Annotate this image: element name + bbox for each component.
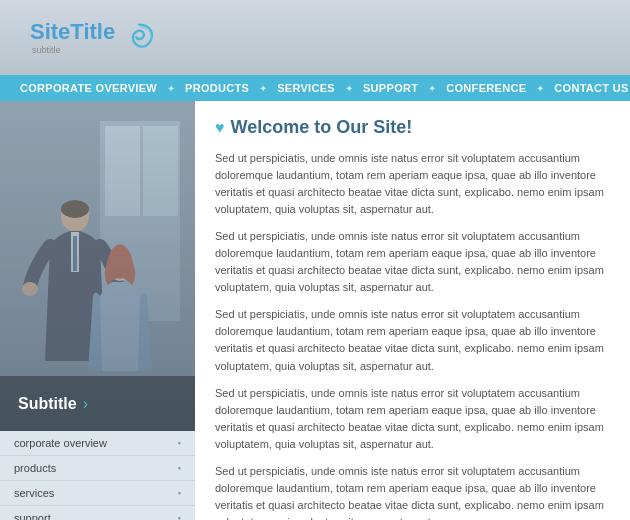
logo-icon: [121, 20, 157, 56]
svg-point-4: [61, 200, 89, 232]
menu-arrow-icon-2: ▪: [175, 489, 183, 497]
side-menu: corporate overview ▪ products ▪ services…: [0, 431, 195, 520]
svg-point-8: [22, 282, 38, 296]
nav-sep-5: ✦: [536, 83, 544, 94]
paragraph-3: Sed ut perspiciatis, unde omnis iste nat…: [215, 306, 610, 374]
logo-text: SiteTitle subtitle: [30, 21, 115, 55]
paragraph-1: Sed ut perspiciatis, unde omnis iste nat…: [215, 150, 610, 218]
nav-sep-3: ✦: [345, 83, 353, 94]
menu-item-support[interactable]: support ▪: [0, 506, 195, 520]
menu-item-services[interactable]: services ▪: [0, 481, 195, 506]
menu-arrow-icon-0: ▪: [175, 439, 183, 447]
content-area: Subtitle › corporate overview ▪ products…: [0, 101, 630, 520]
nav-sep-4: ✦: [428, 83, 436, 94]
svg-rect-1: [100, 121, 180, 321]
svg-point-9: [107, 251, 133, 281]
nav-support[interactable]: SUPPORT: [353, 82, 428, 94]
paragraph-4: Sed ut perspiciatis, unde omnis iste nat…: [215, 385, 610, 453]
menu-arrow-icon-3: ▪: [175, 514, 183, 520]
svg-rect-3: [143, 126, 178, 216]
logo-title: SiteTitle: [30, 21, 115, 43]
paragraph-5: Sed ut perspiciatis, unde omnis iste nat…: [215, 463, 610, 520]
main-content: ♥ Welcome to Our Site! Sed ut perspiciat…: [195, 101, 630, 520]
hero-subtitle-bar: Subtitle ›: [0, 376, 195, 431]
header: SiteTitle subtitle: [0, 0, 630, 75]
svg-point-5: [61, 200, 89, 218]
menu-arrow-icon-1: ▪: [175, 464, 183, 472]
welcome-title: ♥ Welcome to Our Site!: [215, 117, 610, 138]
paragraph-2: Sed ut perspiciatis, unde omnis iste nat…: [215, 228, 610, 296]
nav-sep-1: ✦: [167, 83, 175, 94]
hero-arrow-icon: ›: [83, 395, 88, 413]
nav-products[interactable]: PRODUCTS: [175, 82, 259, 94]
nav-contact-us[interactable]: CONTACT US: [544, 82, 630, 94]
nav-services[interactable]: SERVICES: [267, 82, 345, 94]
menu-item-products[interactable]: products ▪: [0, 456, 195, 481]
site-logo: SiteTitle subtitle: [30, 20, 157, 56]
logo-subtitle: subtitle: [32, 45, 61, 55]
nav-conference[interactable]: CONFERENCE: [436, 82, 536, 94]
hero-subtitle-text: Subtitle: [18, 395, 77, 413]
menu-item-corporate[interactable]: corporate overview ▪: [0, 431, 195, 456]
heart-icon: ♥: [215, 119, 225, 137]
svg-rect-6: [71, 232, 79, 272]
left-panel: Subtitle › corporate overview ▪ products…: [0, 101, 195, 520]
navbar: CORPORATE OVERVIEW ✦ PRODUCTS ✦ SERVICES…: [0, 75, 630, 101]
hero-image: Subtitle ›: [0, 101, 195, 431]
nav-corporate-overview[interactable]: CORPORATE OVERVIEW: [10, 82, 167, 94]
nav-sep-2: ✦: [259, 83, 267, 94]
svg-rect-2: [105, 126, 140, 216]
svg-rect-7: [73, 236, 77, 271]
